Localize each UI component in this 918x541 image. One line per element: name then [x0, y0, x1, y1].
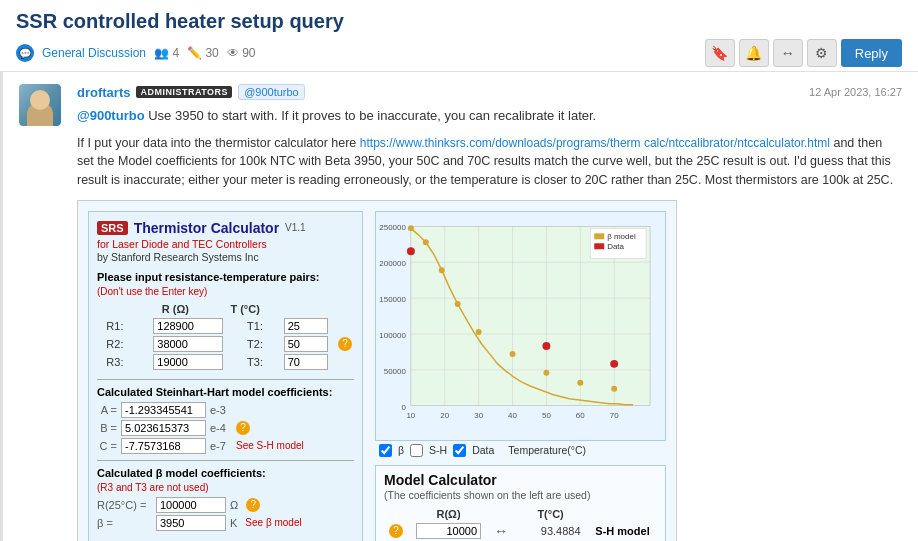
mention-tag[interactable]: @900turbo [238, 84, 305, 100]
col-r-header [97, 303, 125, 317]
see-sh-model-link[interactable]: See S-H model [236, 440, 304, 451]
coeff-c-input[interactable] [121, 438, 206, 454]
see-beta-model-link[interactable]: See β model [245, 517, 301, 528]
table-row: R1: T1: [97, 317, 354, 335]
svg-text:60: 60 [576, 410, 585, 419]
calculator-embed: SRS Thermistor Calculator V1.1 for Laser… [77, 200, 677, 541]
views-stat: 👁 90 [227, 46, 256, 60]
coeff-b-label: B = [97, 422, 117, 434]
beta-section: Calculated β model coefficients: (R3 and… [97, 467, 354, 531]
model-r-input[interactable] [416, 523, 481, 539]
model-calc: Model Calculator (The coefficients shown… [375, 465, 666, 541]
meta-actions: 🔖 🔔 ↔ ⚙ Reply [705, 39, 902, 67]
coeff-a-unit: e-3 [210, 404, 232, 416]
model-help-icon[interactable]: ? [389, 524, 403, 538]
bookmark-button[interactable]: 🔖 [705, 39, 735, 67]
section1-label: Please input resistance-temperature pair… [97, 271, 354, 283]
svg-text:40: 40 [508, 410, 517, 419]
share-button[interactable]: ↔ [773, 39, 803, 67]
users-stat: 👥 4 [154, 46, 179, 60]
coeff-c-label: C = [97, 440, 117, 452]
model-calc-title: Model Calculator [384, 472, 657, 488]
r1-label: R1: [97, 317, 125, 335]
r25-help-icon[interactable]: ? [246, 498, 260, 512]
r2-input[interactable] [153, 336, 223, 352]
svg-point-25 [423, 239, 429, 245]
category-icon: 💬 [16, 44, 34, 62]
calc-right-panel: 250000 200000 150000 100000 50000 0 10 2… [375, 211, 666, 541]
col-r-label: R (Ω) [125, 303, 225, 317]
coeff-section-label: Calculated Steinhart-Hart model coeffici… [97, 386, 354, 398]
arrow-icon: ↔ [494, 523, 508, 539]
calc-version: V1.1 [285, 222, 306, 233]
calc-title: Thermistor Calculator [134, 220, 279, 236]
svg-point-28 [476, 329, 482, 335]
svg-rect-39 [594, 243, 604, 249]
post-author-area: droftarts ADMINISTRATORS @900turbo [77, 84, 305, 100]
beta-checkbox[interactable] [379, 444, 392, 457]
r25-unit: Ω [230, 499, 238, 511]
model-table: R(Ω) T(°C) ? ↔ 93.4884 [384, 507, 657, 541]
svg-point-26 [439, 267, 445, 273]
svg-point-31 [577, 380, 583, 386]
svg-point-34 [542, 342, 550, 350]
svg-text:30: 30 [474, 410, 483, 419]
beta-r25-row: R(25°C) = Ω ? [97, 497, 354, 513]
post-text-block: If I put your data into the thermistor c… [77, 134, 902, 190]
sh-model-label: S-H model [595, 525, 649, 537]
post-username[interactable]: droftarts [77, 85, 130, 100]
sh-checkbox[interactable] [410, 444, 423, 457]
beta-note: (R3 and T3 are not used) [97, 482, 354, 493]
r1-input[interactable] [153, 318, 223, 334]
r3-input[interactable] [153, 354, 223, 370]
admin-badge: ADMINISTRATORS [136, 86, 232, 98]
coeff-a-label: A = [97, 404, 117, 416]
page-title: SSR controlled heater setup query [16, 10, 902, 33]
post-content: droftarts ADMINISTRATORS @900turbo 12 Ap… [69, 84, 902, 541]
post-body-2-pre: If I put your data into the thermistor c… [77, 136, 360, 150]
meta-bar: 💬 General Discussion 👥 4 ✏️ 30 👁 90 🔖 🔔 … [16, 39, 902, 67]
model-col-t: T(°C) [513, 507, 588, 521]
category-link[interactable]: General Discussion [42, 46, 146, 60]
rt-input-table: R (Ω) T (°C) R1: T1: R2: [97, 303, 354, 371]
svg-text:200000: 200000 [379, 259, 406, 268]
data-checkbox[interactable] [453, 444, 466, 457]
post-body-1: Use 3950 to start with. If it proves to … [148, 108, 596, 123]
calc-subtitle2: by Stanford Research Systems Inc [97, 251, 354, 263]
coeff-a-input[interactable] [121, 402, 206, 418]
coeff-b-unit: e-4 [210, 422, 232, 434]
beta-checkbox-label: β [398, 444, 404, 456]
model-calc-subtitle: (The coefficients shown on the left are … [384, 489, 657, 501]
avatar-image [19, 84, 61, 126]
t2-input[interactable] [284, 336, 328, 352]
bell-button[interactable]: 🔔 [739, 39, 769, 67]
svg-text:β model: β model [607, 232, 636, 241]
t1-input[interactable] [284, 318, 328, 334]
svg-point-30 [543, 370, 549, 376]
x-axis-label: Temperature(°C) [508, 444, 586, 456]
r3-label: R3: [97, 353, 125, 371]
mention-inline: @900turbo [77, 108, 145, 123]
svg-point-27 [455, 301, 461, 307]
chart-checkboxes: β S-H Data Temperature(°C) [375, 444, 666, 457]
chart-svg: 250000 200000 150000 100000 50000 0 10 2… [376, 212, 665, 440]
post-container: droftarts ADMINISTRATORS @900turbo 12 Ap… [0, 72, 918, 541]
t3-input[interactable] [284, 354, 328, 370]
settings-button[interactable]: ⚙ [807, 39, 837, 67]
svg-text:70: 70 [610, 410, 619, 419]
reply-button[interactable]: Reply [841, 39, 902, 67]
coeff-row-c: C = e-7 See S-H model [97, 438, 354, 454]
svg-text:Data: Data [607, 242, 624, 251]
model-t1-value: 93.4884 [521, 525, 581, 537]
r2-label: R2: [97, 335, 125, 353]
svg-point-32 [611, 386, 617, 392]
r25-input[interactable] [156, 497, 226, 513]
r25-label: R(25°C) = [97, 499, 152, 511]
chart-area: 250000 200000 150000 100000 50000 0 10 2… [375, 211, 666, 441]
thermistor-link[interactable]: https://www.thinksrs.com/downloads/progr… [360, 136, 830, 150]
beta-input[interactable] [156, 515, 226, 531]
beta-unit: K [230, 517, 237, 529]
coeff-help-icon[interactable]: ? [236, 421, 250, 435]
help-icon[interactable]: ? [338, 337, 352, 351]
coeff-b-input[interactable] [121, 420, 206, 436]
